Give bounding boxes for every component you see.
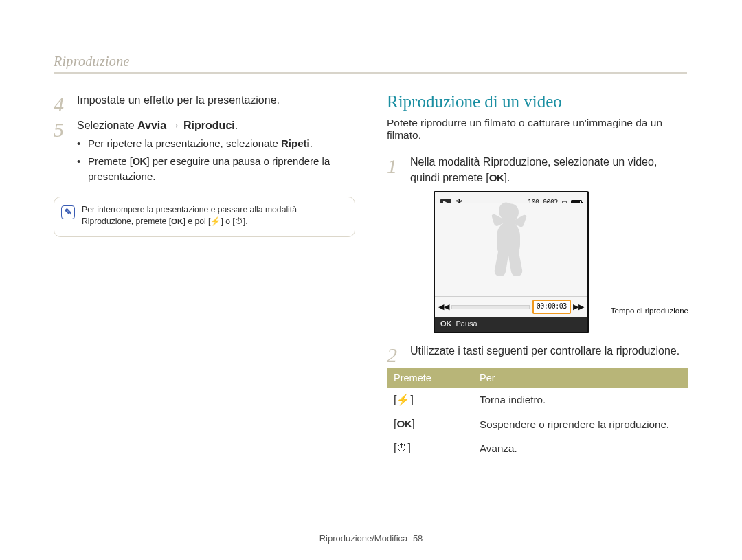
timer-icon: ⏱ (235, 216, 243, 226)
pause-ok: OK (440, 319, 452, 330)
bullet2-pre: Premete [ (88, 155, 133, 167)
step-5-bullet-repeat: Per ripetere la presentazione, seleziona… (77, 136, 355, 151)
step-5-bullet-pause: Premete [OK] per eseguire una pausa o ri… (77, 154, 355, 184)
progress-bar (451, 305, 530, 309)
forward-icon: ▶▶ (574, 302, 583, 313)
note-d: ]. (243, 216, 248, 226)
timecode-badge: 00:00:03 (532, 300, 571, 314)
section-heading: Riproduzione di un video (387, 92, 688, 111)
section-intro: Potete riprodurre un filmato o catturare… (387, 117, 688, 142)
step-5-pre: Selezionate (77, 120, 137, 131)
pause-hint: OK Pausa (435, 317, 587, 332)
page-footer: Riproduzione/Modifica 58 (0, 533, 742, 544)
rewind-icon: ◀◀ (439, 302, 449, 313)
bullet1-bold: Ripeti (281, 137, 310, 149)
ok-label: OK (133, 155, 146, 169)
footer-page: 58 (413, 533, 423, 544)
table-row: [OK] Sospendere o riprendere la riproduz… (387, 412, 688, 436)
timer-icon: ⏱ (396, 442, 407, 453)
footer-section: Riproduzione/Modifica (319, 533, 408, 544)
note-b: ] e poi [ (183, 216, 210, 226)
note-ok: OK (171, 217, 183, 225)
step-5-post: . (235, 120, 238, 131)
silhouette-icon (480, 201, 542, 290)
step2-text: Utilizzate i tasti seguenti per controll… (410, 345, 679, 357)
step-5: Selezionate Avvia → Riproduci. Per ripet… (54, 117, 355, 183)
flash-icon: ⚡ (210, 216, 221, 226)
th-press: Premete (387, 368, 473, 388)
note-box: ✎ Per interrompere la presentazione e pa… (54, 197, 355, 237)
note-icon: ✎ (61, 205, 75, 219)
bullet1-pre: Per ripetere la presentazione, seleziona… (88, 137, 281, 149)
row2-key: [OK] (394, 418, 415, 429)
flash-icon: ⚡ (396, 394, 410, 405)
row2-desc: Sospendere o riprendere la riproduzione. (473, 412, 688, 436)
pause-label: Pausa (456, 319, 477, 330)
video-progress: ◀◀ 00:00:03 ▶▶ (435, 296, 587, 317)
step-1: Nella modalità Riproduzione, selezionate… (387, 154, 688, 333)
step-4: Impostate un effetto per la presentazion… (54, 92, 355, 108)
note-c: ] o [ (221, 216, 234, 226)
row3-key: [⏱] (394, 442, 411, 453)
controls-table: Premete Per [⚡] Torna indietro. [OK] Sos… (387, 368, 688, 460)
bullet1-post: . (310, 137, 313, 149)
step-5-bold: Avvia → Riproduci (137, 120, 235, 131)
row3-desc: Avanza. (473, 436, 688, 460)
table-row: [⚡] Torna indietro. (387, 388, 688, 412)
playback-time-annotation: Tempo di riproduzione (596, 305, 688, 317)
step-4-text: Impostate un effetto per la presentazion… (77, 94, 280, 106)
running-head: Riproduzione (54, 54, 687, 74)
step1-b: ]. (504, 172, 510, 183)
note-text: Per interrompere la presentazione e pass… (82, 204, 345, 228)
row1-desc: Torna indietro. (473, 388, 688, 412)
table-row: [⏱] Avanza. (387, 436, 688, 460)
ok-label: OK (396, 418, 412, 429)
camera-screenshot: ✻ 100-0002 ▭ (434, 191, 589, 333)
step-2: Utilizzate i tasti seguenti per controll… (387, 343, 688, 359)
row1-key: [⚡] (394, 394, 414, 405)
step1-a: Nella modalità Riproduzione, selezionate… (410, 156, 657, 183)
playback-time-label: Tempo di riproduzione (611, 306, 688, 315)
left-column: Impostate un effetto per la presentazion… (54, 92, 355, 460)
step1-ok: OK (489, 170, 504, 186)
right-column: Riproduzione di un video Potete riprodur… (387, 92, 688, 460)
th-to: Per (473, 368, 688, 388)
